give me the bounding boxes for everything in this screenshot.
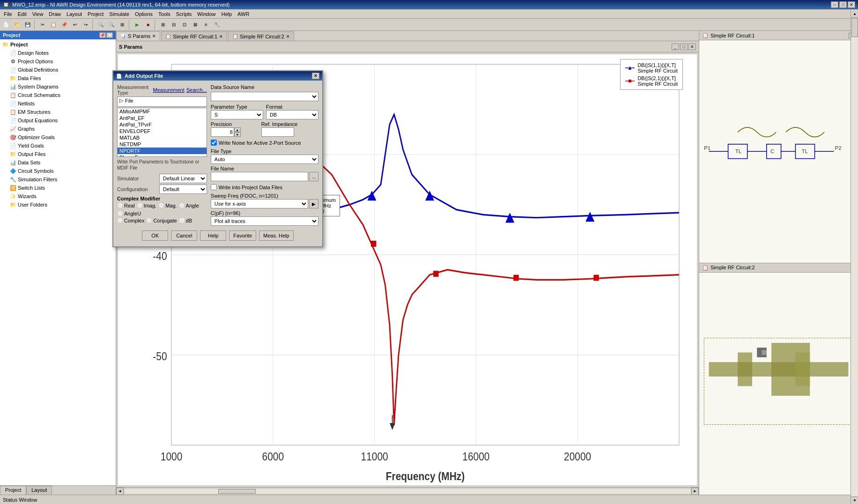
favorite-button[interactable]: Favorite [229, 230, 256, 241]
dialog-buttons: OK Cancel Help Favorite Meas. Help [117, 228, 318, 243]
list-amtoampmf[interactable]: AMtoAMPMF [118, 108, 207, 115]
radio-conjugate[interactable]: Conjugate [146, 217, 177, 223]
dialog-title-label: Add Output File [125, 73, 163, 79]
list-matlab[interactable]: MATLAB [118, 134, 207, 141]
meas-list: AMtoAMPMF AntPat_EF AntPat_TPvrF ENVELOP… [117, 108, 207, 157]
radio-complex[interactable]: Complex [117, 217, 144, 223]
precision-up[interactable]: ▲ [234, 127, 241, 132]
param-type-select[interactable]: S [211, 110, 263, 119]
precision-down[interactable]: ▼ [234, 132, 241, 137]
write-project-label: Write into Project Data Files [219, 185, 282, 190]
format-label: Format [266, 104, 318, 110]
format-select[interactable]: DB [266, 110, 318, 119]
dialog-overlay: 📄 Add Output File ✕ Measurement Type Mea… [0, 0, 858, 504]
simulator-label: Simulator [117, 176, 159, 181]
list-antpat-ef[interactable]: AntPat_EF [118, 115, 207, 121]
cpf-select[interactable]: Plot all traces [211, 216, 318, 226]
radio-mag[interactable]: Mag. [158, 202, 177, 208]
precision-label: Precision [211, 121, 259, 127]
complex-modifier-label: Complex Modifier [117, 196, 207, 201]
data-source-label: Data Source Name [211, 84, 255, 90]
ref-impedance-label: Ref. Impedance [261, 121, 318, 127]
list-nportf[interactable]: NPORTF [118, 148, 207, 154]
dialog-title-bar: 📄 Add Output File ✕ [113, 71, 322, 81]
file-type-select[interactable]: Auto [211, 155, 318, 164]
cpf-label: C(pF) (n=96) [211, 210, 318, 216]
list-envelopef[interactable]: ENVELOPEF [118, 128, 207, 134]
cancel-button[interactable]: Cancel [171, 230, 197, 241]
add-output-file-dialog: 📄 Add Output File ✕ Measurement Type Mea… [112, 70, 323, 247]
meas-type-label: Measurement Type [117, 84, 153, 96]
meas-help-button[interactable]: Meas. Help [259, 230, 294, 241]
dialog-title-icon: 📄 [116, 74, 122, 79]
list-pharmf[interactable]: PharmF [118, 154, 207, 157]
list-netdmp[interactable]: NETDMP [118, 141, 207, 148]
ref-impedance-input[interactable]: 50 [261, 127, 294, 137]
simulator-select[interactable]: Default Linear [159, 174, 207, 183]
sweep-freq-select[interactable]: Use for x-axis [211, 199, 308, 208]
param-type-label: Parameter Type [211, 104, 263, 110]
configuration-select[interactable]: Default [159, 185, 207, 194]
radio-angleu[interactable]: AngleU [117, 210, 141, 216]
radio-real[interactable]: Real [117, 202, 135, 208]
write-noise-label: Write Noise for Active 2-Port Source [219, 140, 301, 146]
sweep-freq-options[interactable]: ▶ [309, 199, 318, 208]
configuration-label: Configuration [117, 186, 159, 192]
file-type-label: File Type [211, 148, 318, 154]
data-source-select[interactable]: 0402_MDIF [211, 92, 318, 101]
write-noise-checkbox[interactable] [211, 140, 217, 146]
help-button[interactable]: Help [200, 230, 226, 241]
write-noise-row: Write Noise for Active 2-Port Source [211, 140, 318, 146]
measurement-link[interactable]: Measurement [153, 87, 185, 93]
app-window: 🔲 MWO_12.emp - NI AWR Design Environment… [0, 0, 858, 504]
file-name-label: File Name [211, 166, 318, 171]
radio-angle[interactable]: Angle [179, 202, 199, 208]
radio-db[interactable]: dB [179, 217, 192, 223]
meas-tree-file[interactable]: ▷ File [118, 97, 207, 104]
file-name-browse[interactable]: ... [309, 172, 318, 181]
ok-button[interactable]: OK [142, 230, 168, 241]
write-project-row: Write into Project Data Files [211, 184, 318, 190]
write-project-checkbox[interactable] [211, 184, 217, 190]
search-link[interactable]: Search... [186, 87, 207, 93]
meas-type-tree: ▷ File [117, 96, 207, 107]
sweep-freq-label: Sweep Freq (FDOC, n=1201) [211, 193, 318, 199]
precision-input[interactable]: 8 [211, 127, 234, 137]
radio-imag[interactable]: Imag. [137, 202, 157, 208]
dialog-close-icon[interactable]: ✕ [312, 73, 319, 79]
list-antpat-tpvrf[interactable]: AntPat_TPvrF [118, 121, 207, 128]
write-port-params-label: Write Port Parameters to Touchstone or M… [117, 159, 207, 171]
file-name-input[interactable] [211, 172, 308, 181]
